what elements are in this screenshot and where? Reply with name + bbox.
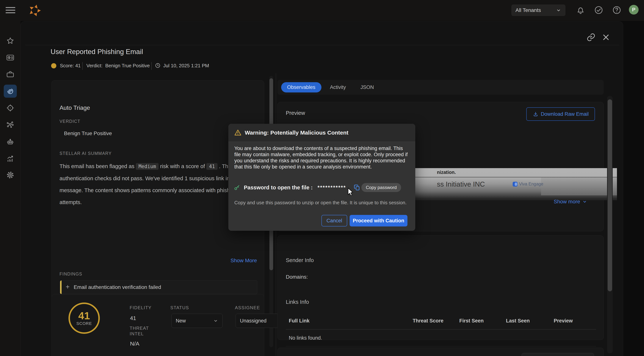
brand-logo-icon[interactable] bbox=[28, 3, 42, 17]
mouse-cursor bbox=[346, 187, 355, 196]
email-right-pane bbox=[541, 177, 617, 195]
download-button-label: Download Raw Email bbox=[541, 111, 589, 117]
preview-heading: Preview bbox=[286, 110, 305, 116]
chevron-down-icon bbox=[213, 318, 218, 323]
sidebar bbox=[0, 21, 20, 356]
threat-intel-value: N/A bbox=[130, 341, 139, 347]
links-info-heading: Links Info bbox=[286, 299, 309, 305]
ai-summary-text: This email has been flagged asMediumrisk… bbox=[60, 160, 258, 208]
empty-message: No links found. bbox=[289, 335, 322, 341]
email-sender-fragment: ss Initiative INC bbox=[437, 180, 485, 188]
copy-link-icon[interactable] bbox=[586, 33, 596, 42]
ai-summary-label: STELLAR AI SUMMARY bbox=[60, 151, 112, 156]
viva-engage-logo-icon bbox=[513, 182, 518, 187]
sender-links-card: Sender Info Domains: Links Info Full Lin… bbox=[278, 235, 604, 340]
risk-chip: Medium bbox=[136, 163, 158, 170]
malicious-content-warning-modal: Warning: Potentially Malicious Content Y… bbox=[228, 124, 415, 231]
sidebar-item-cases[interactable] bbox=[4, 68, 17, 81]
gear-icon bbox=[6, 171, 14, 179]
key-icon bbox=[234, 184, 240, 191]
status-check-circle-icon[interactable] bbox=[594, 5, 604, 15]
spiral-icon bbox=[6, 87, 14, 95]
help-question-circle-icon[interactable] bbox=[612, 5, 622, 15]
header-divider bbox=[25, 45, 619, 45]
score-caption: SCORE bbox=[76, 321, 92, 326]
fidelity-value: 41 bbox=[130, 315, 136, 321]
status-label: STATUS bbox=[170, 305, 189, 310]
cancel-button[interactable]: Cancel bbox=[322, 215, 347, 226]
chart-trend-icon bbox=[6, 154, 14, 163]
status-dropdown[interactable]: New bbox=[172, 314, 222, 328]
score-status-dot bbox=[51, 63, 56, 68]
auto-triage-heading: Auto Triage bbox=[60, 104, 90, 111]
sidebar-item-detections[interactable] bbox=[4, 85, 17, 98]
briefcase-icon bbox=[6, 70, 14, 79]
sidebar-item-dashboards[interactable] bbox=[4, 51, 17, 64]
modal-body-text: You are about to download the contents o… bbox=[234, 145, 409, 170]
tab-observables[interactable]: Observables bbox=[281, 82, 322, 92]
domains-label: Domains: bbox=[286, 274, 308, 280]
sidebar-item-automation[interactable] bbox=[4, 135, 17, 148]
copy-tooltip-label: Copy password bbox=[366, 185, 396, 190]
verdict-value: Benign True Positive bbox=[64, 130, 112, 136]
verdict-label: VERDICT bbox=[60, 119, 80, 124]
avatar-initial: P bbox=[632, 7, 636, 13]
score-chip: 41 bbox=[206, 163, 217, 170]
finding-row-auth-failed[interactable]: + Email authentication verification fail… bbox=[60, 280, 257, 294]
tenant-selector[interactable]: All Tenants bbox=[511, 4, 566, 16]
column-header-threat-score: Threat Score bbox=[413, 318, 444, 324]
notifications-bell-icon[interactable] bbox=[576, 5, 586, 15]
right-scrollbar-thumb[interactable] bbox=[608, 99, 612, 291]
meta-verdict: Verdict: Benign True Positive bbox=[86, 63, 150, 69]
hamburger-menu-icon[interactable] bbox=[6, 7, 15, 14]
next-section-card bbox=[278, 348, 604, 356]
preview-show-more-link[interactable]: Show more bbox=[554, 199, 587, 205]
download-icon bbox=[532, 111, 538, 117]
password-label: Password to open the file : bbox=[244, 185, 313, 191]
proceed-with-caution-button[interactable]: Proceed with Caution bbox=[350, 215, 408, 226]
sidebar-item-reports[interactable] bbox=[4, 152, 17, 165]
assignee-label: ASSIGNEE bbox=[235, 305, 260, 310]
tab-json[interactable]: JSON bbox=[354, 82, 380, 92]
warning-triangle-icon bbox=[234, 129, 242, 137]
score-circle: 41 SCORE bbox=[68, 303, 100, 334]
score-card: 41 SCORE FIDELITY 41 THREAT INTEL N/A ST… bbox=[52, 294, 264, 356]
copy-password-tooltip[interactable]: Copy password bbox=[361, 183, 401, 192]
modal-note: Copy and use this password to unzip or o… bbox=[234, 200, 407, 206]
threat-intel-label-1: THREAT bbox=[130, 326, 149, 331]
app-root: All Tenants P bbox=[0, 0, 644, 356]
meta-separator bbox=[151, 62, 152, 70]
star-icon bbox=[6, 37, 14, 45]
page-title: User Reported Phishing Email bbox=[50, 48, 143, 56]
dashboard-icon bbox=[6, 53, 14, 62]
assignee-value: Unassigned bbox=[240, 318, 278, 324]
viva-engage-badge: Viva Engage bbox=[513, 182, 543, 187]
sidebar-item-favorites[interactable] bbox=[4, 34, 17, 47]
links-table-header: Full Link Threat Score First Seen Last S… bbox=[286, 312, 596, 330]
user-avatar[interactable]: P bbox=[629, 5, 638, 14]
sender-info-heading: Sender Info bbox=[286, 257, 314, 263]
tenant-selector-value: All Tenants bbox=[516, 7, 556, 13]
sidebar-item-settings[interactable] bbox=[4, 168, 17, 182]
modal-title: Warning: Potentially Malicious Content bbox=[245, 130, 348, 136]
email-text-fragment: nization. bbox=[437, 170, 456, 175]
sidebar-item-correlation[interactable] bbox=[4, 118, 17, 131]
meta-score: Score: 41 bbox=[60, 63, 80, 69]
download-raw-email-button[interactable]: Download Raw Email bbox=[526, 107, 595, 121]
score-value: 41 bbox=[78, 310, 90, 321]
robot-icon bbox=[6, 138, 14, 146]
expand-plus-icon: + bbox=[66, 283, 70, 291]
finding-accent-bar bbox=[60, 281, 62, 294]
clock-icon bbox=[155, 62, 161, 69]
chevron-down-icon bbox=[582, 199, 587, 204]
sidebar-item-threat-hunting[interactable] bbox=[4, 101, 17, 114]
password-mask: *********** bbox=[318, 185, 346, 190]
meta-separator bbox=[82, 62, 83, 70]
status-value: New bbox=[176, 318, 213, 324]
tab-activity[interactable]: Activity bbox=[324, 82, 352, 92]
summary-show-more-link[interactable]: Show More bbox=[220, 258, 257, 264]
modal-header: Warning: Potentially Malicious Content bbox=[228, 124, 415, 142]
close-icon[interactable] bbox=[601, 33, 610, 42]
chevron-down-icon bbox=[556, 7, 561, 13]
partial-button[interactable] bbox=[522, 353, 594, 356]
